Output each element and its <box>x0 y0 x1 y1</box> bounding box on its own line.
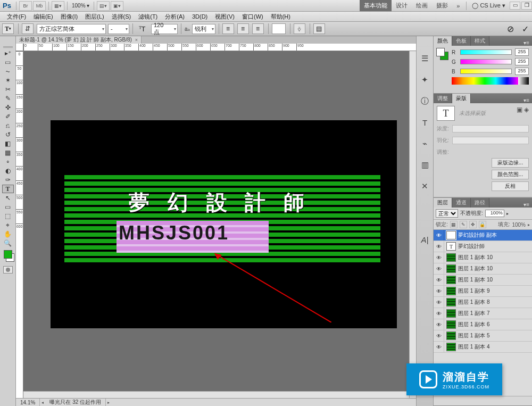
document-canvas[interactable]: 夢 幻 設 計 師 MHSJS001 <box>51 120 397 328</box>
workspace-more[interactable]: » <box>452 1 464 11</box>
sub-text[interactable]: MHSJS001 <box>119 222 229 244</box>
mask-color-range-button[interactable]: 颜色范围... <box>492 170 529 179</box>
lock-pixels-button[interactable]: ✎ <box>460 221 467 228</box>
layer-name[interactable]: 图层 1 副本 10 <box>458 254 532 261</box>
menu-3d[interactable]: 3D(D) <box>188 13 211 20</box>
text-color-swatch[interactable] <box>272 23 286 34</box>
commit-edits-button[interactable]: ✓ <box>519 23 531 34</box>
color-tab[interactable]: 颜色 <box>434 36 452 46</box>
type-tool[interactable]: T <box>2 185 14 193</box>
layer-thumbnail[interactable] <box>446 343 456 351</box>
paragraphs-panel-icon[interactable]: A| <box>419 233 431 246</box>
status-left-arrow[interactable]: ◂ <box>40 400 45 405</box>
layer-thumbnail[interactable] <box>446 320 456 329</box>
menu-filter[interactable]: 滤镜(T) <box>135 13 161 21</box>
antialias-select[interactable]: 锐利 <box>192 24 215 34</box>
screen-mode-button[interactable]: ▣▾ <box>111 1 123 11</box>
workspace-painting[interactable]: 绘画 <box>412 0 432 11</box>
menu-layer[interactable]: 图层(L) <box>81 13 107 21</box>
brushes-panel-icon[interactable]: ⌁ <box>419 137 431 150</box>
layer-thumbnail[interactable] <box>446 253 456 262</box>
channels-tab[interactable]: 通道 <box>452 198 471 208</box>
mask-thumbnail[interactable]: T <box>437 106 455 121</box>
healing-brush-tool[interactable]: ✜ <box>2 103 14 112</box>
layer-name[interactable]: 图层 1 副本 9 <box>458 287 532 295</box>
clone-stamp-tool[interactable]: ⎌ <box>2 121 14 130</box>
mask-edge-button[interactable]: 蒙版边缘... <box>492 158 529 168</box>
workspace-design[interactable]: 设计 <box>392 0 412 11</box>
cs-live-menu[interactable]: ◯ CS Live ▾ <box>469 2 509 9</box>
pasteboard[interactable]: 夢 幻 設 計 師 MHSJS001 <box>23 51 409 391</box>
layer-visibility-toggle[interactable]: 👁 <box>434 241 444 252</box>
vector-mask-button[interactable]: ◈ <box>524 106 529 113</box>
info-panel-icon[interactable]: ⓘ <box>419 95 431 107</box>
shape-tool[interactable]: ▭ <box>2 203 14 211</box>
text-orientation-button[interactable]: ⇵ <box>22 23 34 34</box>
status-info[interactable]: 曝光只在 32 位起作用 <box>45 399 106 406</box>
pen-tool[interactable]: ✑ <box>2 176 14 184</box>
ruler-vertical[interactable]: 050100150200250300350400450500550600 <box>16 51 23 398</box>
layer-thumbnail[interactable]: T <box>446 231 456 239</box>
layer-thumbnail[interactable] <box>446 276 456 284</box>
character-panel-button[interactable]: ▤ <box>313 23 325 34</box>
align-left-button[interactable]: ≡ <box>222 23 234 34</box>
layer-row[interactable]: 👁图层 1 副本 10 <box>434 252 532 263</box>
tool-presets-icon[interactable]: ✕ <box>419 180 431 193</box>
ruler-horizontal[interactable]: 0501001502002503003504004505005506006507… <box>23 44 416 51</box>
menu-image[interactable]: 图像(I) <box>57 13 81 21</box>
layer-visibility-toggle[interactable]: 👁 <box>434 297 444 308</box>
menu-analysis[interactable]: 分析(A) <box>161 13 188 21</box>
move-tool[interactable]: ▸⁺ <box>2 49 14 57</box>
panel-menu-icon[interactable]: ▾≡ <box>521 40 532 46</box>
layer-visibility-toggle[interactable]: 👁 <box>434 342 444 352</box>
layer-visibility-toggle[interactable]: 👁 <box>434 319 444 330</box>
swatches-panel-icon[interactable]: ▥ <box>419 159 431 171</box>
fill-value[interactable]: 100% <box>512 222 526 228</box>
marquee-tool[interactable]: ▭ <box>2 58 14 67</box>
type-tool-preset[interactable]: T▾ <box>2 23 14 34</box>
b-slider[interactable] <box>460 69 512 74</box>
layer-name[interactable]: 夢幻設計師 <box>458 243 532 250</box>
panel-menu-icon[interactable]: ▾≡ <box>521 97 532 103</box>
layer-name[interactable]: 图层 1 副本 10 <box>458 265 532 272</box>
layer-name[interactable]: 图层 1 副本 4 <box>458 343 532 351</box>
zoom-level[interactable]: 100% ▾ <box>70 3 92 9</box>
layer-row[interactable]: 👁T夢幻設計師 <box>434 241 532 252</box>
layer-row[interactable]: 👁图层 1 副本 10 <box>434 275 532 286</box>
status-right-arrow[interactable]: ▸ <box>106 400 111 405</box>
lock-position-button[interactable]: ✥ <box>469 221 477 228</box>
cancel-edits-button[interactable]: ⊘ <box>504 23 516 34</box>
layer-thumbnail[interactable] <box>446 298 456 306</box>
layer-thumbnail[interactable] <box>446 287 456 295</box>
window-restore-icon[interactable]: ❐ <box>521 2 532 10</box>
3d-camera-tool[interactable]: ⌖ <box>2 221 14 229</box>
menu-select[interactable]: 选择(S) <box>108 13 135 21</box>
font-size-select[interactable]: 120 点 <box>151 24 178 34</box>
status-zoom[interactable]: 14.1% <box>16 399 40 406</box>
layer-thumbnail[interactable] <box>446 332 456 340</box>
layer-row[interactable]: 👁T夢幻設計師 副本 <box>434 230 532 241</box>
quickmask-toggle[interactable] <box>3 266 13 274</box>
menu-help[interactable]: 帮助(H) <box>267 13 294 21</box>
b-value[interactable]: 255 <box>515 68 529 75</box>
layer-row[interactable]: 👁图层 1 副本 9 <box>434 286 532 297</box>
layer-name[interactable]: 图层 1 副本 8 <box>458 299 532 306</box>
layer-row[interactable]: 👁图层 1 副本 6 <box>434 319 532 330</box>
toolbox-grip[interactable] <box>0 45 15 49</box>
view-extras-button[interactable]: ▦▾ <box>52 1 64 11</box>
font-style-select[interactable]: - <box>108 24 129 34</box>
layer-name[interactable]: 图层 1 副本 7 <box>458 310 532 317</box>
layer-thumbnail[interactable] <box>446 309 456 318</box>
canvas-scrollbar-vertical[interactable] <box>409 51 416 398</box>
layer-name[interactable]: 图层 1 副本 6 <box>458 321 532 328</box>
launch-bridge-button[interactable]: Br <box>19 1 32 11</box>
history-brush-tool[interactable]: ↺ <box>2 130 14 139</box>
layer-thumbnail[interactable] <box>446 264 456 273</box>
lock-transparent-button[interactable]: ▦ <box>450 221 458 228</box>
eraser-tool[interactable]: ◧ <box>2 139 14 148</box>
r-slider[interactable] <box>460 49 512 55</box>
menu-edit[interactable]: 编辑(E) <box>30 13 57 21</box>
align-center-button[interactable]: ≡ <box>237 23 249 34</box>
hand-tool[interactable]: ✋ <box>2 230 14 238</box>
quick-select-tool[interactable]: ✶ <box>2 76 14 85</box>
